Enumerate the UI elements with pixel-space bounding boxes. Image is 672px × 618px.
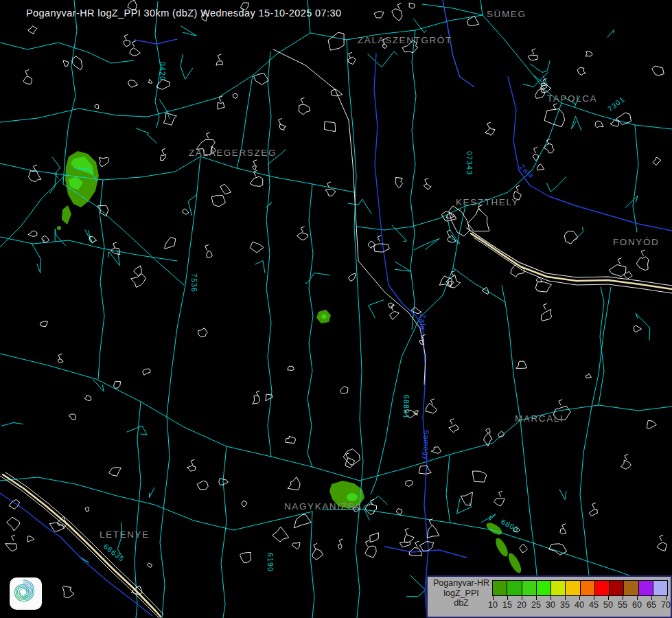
city-label: KESZTHELY [456, 197, 519, 207]
rivers-layer [0, 0, 672, 618]
map-title: Poganyvar-HR logZ_PPI 30km (dbZ) Wednesd… [26, 8, 341, 19]
roads-layer [0, 0, 672, 618]
legend-swatch [522, 580, 537, 596]
legend-swatch [609, 580, 624, 596]
road-number-label: 7536 [190, 273, 198, 293]
settlements-layer [0, 0, 672, 618]
road-number-label: 68831 [402, 395, 410, 419]
legend-product-text: Poganyvar-HR logZ_PPI dbZ [430, 578, 492, 608]
labels-layer: SÜMEGZALASZENTGRÓTTAPOLCAZALAEGERSZEGKES… [100, 9, 659, 572]
legend-swatch [638, 580, 653, 596]
river-name-label: Zala [518, 163, 536, 180]
road-number-label: 66635 [102, 542, 126, 563]
legend-tick-label: 45 [589, 600, 599, 610]
map-canvas: SÜMEGZALASZENTGRÓTTAPOLCAZALAEGERSZEGKES… [0, 0, 672, 618]
road-number-label: 6190 [266, 553, 275, 572]
city-label: SÜMEG [487, 9, 526, 19]
legend-tick-label: 55 [618, 600, 627, 610]
legend-swatch [565, 580, 580, 596]
spiral-icon [10, 577, 37, 605]
legend-swatch [594, 580, 610, 596]
road-number-label: 07343 [465, 151, 474, 175]
legend-line-scan: logZ_PPI [430, 588, 492, 599]
legend-tick-label: 20 [517, 600, 526, 610]
river-name-label: Zala [419, 314, 427, 330]
legend: Poganyvar-HR logZ_PPI dbZ 10152025303540… [426, 575, 672, 618]
road-number-label: 7301 [606, 95, 627, 113]
city-label: FONYÓD [613, 237, 659, 247]
city-label: TAPOLCA [547, 93, 597, 104]
city-label: ZALASZENTGRÓT [358, 35, 452, 45]
legend-swatch [580, 580, 595, 596]
legend-swatch [492, 580, 507, 596]
legend-color-scale [492, 580, 668, 596]
legend-tick-label: 70 [661, 600, 671, 610]
city-label: MARCALI [515, 413, 564, 424]
radar-map-screen: SÜMEGZALASZENTGRÓTTAPOLCAZALAEGERSZEGKES… [0, 0, 672, 618]
legend-tick-label: 50 [603, 600, 613, 610]
legend-swatch [551, 580, 566, 596]
legend-tick-label: 35 [560, 600, 570, 610]
legend-tick-label: 15 [502, 600, 512, 610]
legend-tick-label: 30 [546, 600, 555, 610]
legend-tick-label: 10 [488, 600, 498, 610]
city-label: NAGYKANIZSA [284, 501, 362, 512]
road-number-label: 0420 [159, 62, 167, 81]
shore-roads-layer [3, 233, 672, 617]
road-number-label: 6803 [500, 517, 521, 534]
legend-swatch [507, 580, 522, 596]
legend-line-unit: dbZ [430, 598, 492, 608]
river-name-label: Somogy [422, 430, 430, 461]
legend-line-product: Poganyvar-HR [430, 578, 492, 588]
legend-swatch [623, 580, 638, 596]
legend-tick-label: 60 [632, 600, 642, 610]
legend-tick-label: 65 [647, 600, 656, 610]
legend-tick-label: 40 [575, 600, 584, 610]
city-label: LETENYE [100, 529, 150, 540]
legend-tick-label: 25 [531, 600, 541, 610]
city-label: ZALAEGERSZEG [189, 148, 277, 158]
met-spiral-logo [10, 577, 42, 610]
legend-swatch [536, 580, 551, 596]
legend-swatch [653, 580, 668, 596]
